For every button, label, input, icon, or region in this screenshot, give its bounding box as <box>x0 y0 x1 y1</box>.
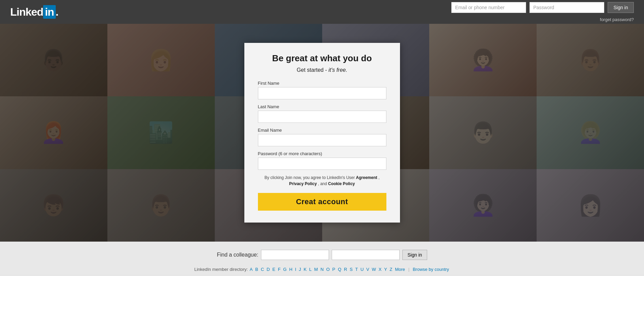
directory-letter-M[interactable]: M <box>314 267 318 272</box>
directory-letter-S[interactable]: S <box>350 267 353 272</box>
terms-text: By clicking Join now, you agree to Linke… <box>258 175 386 187</box>
last-name-label: Last Name <box>258 104 386 109</box>
terms-cookie-link[interactable]: Cookie Policy <box>328 181 355 186</box>
photo-cell-17: 👩🏻‍🦱 <box>429 169 537 242</box>
directory-letter-Z[interactable]: Z <box>390 267 393 272</box>
last-name-group: Last Name <box>258 104 386 123</box>
directory-letter-B[interactable]: B <box>255 267 258 272</box>
terms-privacy-link[interactable]: Privacy Policy <box>289 181 317 186</box>
first-name-label: First Name <box>258 81 386 86</box>
directory-more-link[interactable]: More <box>395 267 405 272</box>
header-inputs: Sign in <box>451 2 634 13</box>
modal-title: Be great at what you do <box>258 53 386 64</box>
photo-cell-1: 👨🏿 <box>0 24 107 96</box>
photo-cell-14: 👨🏽 <box>107 169 215 242</box>
directory-letter-J[interactable]: J <box>299 267 301 272</box>
password-input[interactable] <box>529 2 604 13</box>
photo-cell-6: 👨🏽 <box>537 24 644 96</box>
registration-modal: Be great at what you do Get started - it… <box>244 43 400 223</box>
logo-text: Linkedin. <box>10 6 58 18</box>
directory-letter-I[interactable]: I <box>295 267 296 272</box>
first-name-input[interactable] <box>258 87 386 99</box>
email-phone-input[interactable] <box>451 2 526 13</box>
photo-cell-2: 👩🏼 <box>107 24 215 96</box>
directory-label: LinkedIn member directory: <box>194 267 248 272</box>
directory-letter-U[interactable]: U <box>361 267 364 272</box>
photo-cell-13: 👦🏽 <box>0 169 107 242</box>
member-directory: LinkedIn member directory: A B C D E F G… <box>0 265 644 275</box>
email-name-group: Email Name <box>258 128 386 146</box>
password-group: Password (6 or more characters) <box>258 151 386 170</box>
logo-linked: Linked <box>10 6 43 18</box>
photo-cell-7: 👩🏼‍🦰 <box>0 96 107 169</box>
directory-letter-Q[interactable]: Q <box>338 267 341 272</box>
logo-in: in <box>43 5 55 19</box>
photo-cell-5: 👩🏻‍🦱 <box>429 24 537 96</box>
directory-letter-N[interactable]: N <box>320 267 324 272</box>
directory-letter-K[interactable]: K <box>303 267 307 272</box>
logo-dot: . <box>56 6 58 18</box>
directory-letter-G[interactable]: G <box>283 267 286 272</box>
directory-letter-C[interactable]: C <box>261 267 264 272</box>
directory-letter-F[interactable]: F <box>278 267 281 272</box>
email-name-input[interactable] <box>258 134 386 146</box>
first-name-group: First Name <box>258 81 386 99</box>
find-colleague-label: Find a colleague: <box>217 252 258 258</box>
browse-by-country-link[interactable]: Browse by country <box>413 267 449 272</box>
directory-letter-V[interactable]: V <box>366 267 369 272</box>
colleague-sign-in-button[interactable]: Sign in <box>402 250 427 260</box>
separator-1: | <box>408 267 411 272</box>
terms-agreement-link[interactable]: Agreement <box>356 175 377 180</box>
password-label: Password (6 or more characters) <box>258 151 386 156</box>
directory-letter-R[interactable]: R <box>344 267 347 272</box>
colleague-last-name-input[interactable] <box>332 250 400 260</box>
email-name-label: Email Name <box>258 128 386 133</box>
directory-letter-O[interactable]: O <box>326 267 330 272</box>
directory-letter-E[interactable]: E <box>272 267 275 272</box>
last-name-input[interactable] <box>258 111 386 123</box>
photo-cell-18: 👩🏻 <box>537 169 644 242</box>
logo: Linkedin. <box>10 6 58 18</box>
footer-divider <box>0 275 644 276</box>
colleague-first-name-input[interactable] <box>261 250 329 260</box>
directory-letter-A[interactable]: A <box>250 267 253 272</box>
directory-letter-H[interactable]: H <box>289 267 292 272</box>
photo-cell-11: 👨🏻 <box>429 96 537 169</box>
directory-letter-P[interactable]: P <box>332 267 335 272</box>
find-colleague-section: Find a colleague: Sign in <box>0 247 644 265</box>
alpha-links: A B C D E F G H I J K L M N O P Q R S T … <box>249 267 406 272</box>
directory-letter-Y[interactable]: Y <box>384 267 387 272</box>
modal-subtitle: Get started - it's free. <box>258 67 386 73</box>
directory-letter-X[interactable]: X <box>379 267 382 272</box>
footer-area: Find a colleague: Sign in LinkedIn membe… <box>0 242 644 276</box>
photo-cell-8: 🏙️ <box>107 96 215 169</box>
directory-letter-W[interactable]: W <box>372 267 376 272</box>
forgot-password-link[interactable]: forget password? <box>600 17 634 22</box>
directory-letter-D[interactable]: D <box>266 267 269 272</box>
registration-password-input[interactable] <box>258 158 386 170</box>
create-account-button[interactable]: Creat account <box>258 193 386 211</box>
photo-cell-12: 👩🏼‍🦱 <box>537 96 644 169</box>
header-right: Sign in forget password? <box>451 2 634 22</box>
directory-letter-L[interactable]: L <box>309 267 312 272</box>
header: Linkedin. Sign in forget password? <box>0 0 644 24</box>
sign-in-button[interactable]: Sign in <box>608 2 634 13</box>
directory-letter-T[interactable]: T <box>355 267 358 272</box>
photo-background: 👨🏿 👩🏼 🏙️ 👩🏻 👩🏻‍🦱 👨🏽 👩🏼‍🦰 🏙️ 👨🏿‍🦲 👨🏾 👨🏻 👩… <box>0 24 644 242</box>
